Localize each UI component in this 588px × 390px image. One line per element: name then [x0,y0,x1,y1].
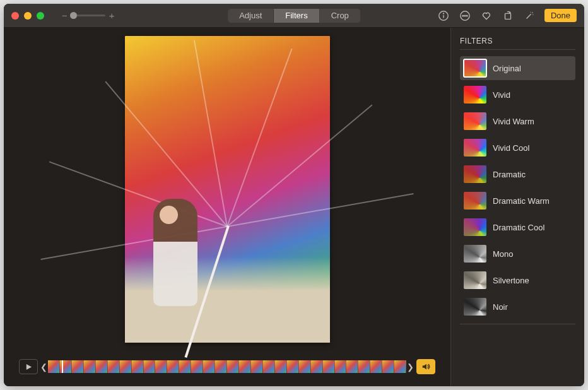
zoom-in-icon: + [109,11,115,20]
timeline-thumb[interactable] [48,360,60,373]
filter-label: Vivid Warm [493,117,534,126]
svg-point-4 [462,15,464,16]
filter-swatch [464,59,486,77]
video-timeline: ❮ ❯ [19,356,435,377]
sidebar-title: FILTERS [460,37,575,50]
tab-adjust[interactable]: Adjust [228,9,274,23]
zoom-track[interactable] [71,15,105,16]
play-button[interactable] [19,359,38,374]
editor-body: ❮ ❯ FILTERS OriginalVividVivid WarmVivid… [4,28,584,386]
timeline-thumb[interactable] [263,360,275,373]
auto-enhance-icon[interactable] [523,9,536,22]
svg-point-6 [466,15,467,16]
timeline-thumb[interactable] [251,360,263,373]
filter-item-vivid-cool[interactable]: Vivid Cool [460,136,575,160]
zoom-slider[interactable]: − + [62,11,115,20]
timeline-thumb[interactable] [239,360,251,373]
filter-item-noir[interactable]: Noir [460,295,575,319]
filter-item-dramatic-warm[interactable]: Dramatic Warm [460,189,575,213]
filter-swatch [464,218,486,236]
edit-mode-segmented-control: Adjust Filters Crop [228,9,360,23]
fullscreen-window-button[interactable] [37,12,44,20]
filter-swatch [464,86,486,103]
editor-left-pane: ❮ ❯ [4,28,450,386]
more-icon[interactable] [459,9,471,22]
filter-label: Vivid [493,90,510,100]
toolbar-right: Done [437,9,577,22]
timeline-thumb[interactable] [227,360,239,373]
svg-rect-7 [505,13,510,19]
timeline-thumb[interactable] [370,360,382,373]
timeline-thumb[interactable] [346,360,358,373]
tab-filters[interactable]: Filters [274,9,319,23]
info-icon[interactable] [437,9,450,22]
timeline-thumb[interactable] [120,360,132,373]
filter-swatch [464,112,486,130]
photo-subject [153,199,197,306]
filters-sidebar: FILTERS OriginalVividVivid WarmVivid Coo… [450,28,584,386]
trim-end-handle[interactable]: ❯ [408,359,413,374]
window-controls [11,12,44,20]
zoom-out-icon: − [62,11,68,20]
timeline-thumb[interactable] [299,360,311,373]
filter-swatch [464,165,486,183]
filter-label: Dramatic [493,170,526,179]
svg-marker-8 [26,363,31,369]
rotate-icon[interactable] [502,9,514,22]
zoom-knob[interactable] [70,12,77,19]
timeline-thumb[interactable] [287,360,299,373]
minimize-window-button[interactable] [24,12,32,20]
filter-swatch [464,271,486,289]
photo-preview[interactable] [125,36,330,343]
timeline-thumb[interactable] [275,360,287,373]
photos-edit-window: − + Adjust Filters Crop [4,4,584,386]
filter-label: Mono [493,249,514,259]
done-button[interactable]: Done [544,9,577,22]
filter-label: Dramatic Cool [493,223,544,232]
trim-start-handle[interactable]: ❮ [42,359,46,374]
filter-item-original[interactable]: Original [460,56,575,80]
playhead[interactable] [62,360,63,373]
timeline-thumb[interactable] [382,360,394,373]
filter-item-vivid-warm[interactable]: Vivid Warm [460,109,575,133]
timeline-thumb[interactable] [96,360,108,373]
timeline-thumb[interactable] [179,360,191,373]
favorite-icon[interactable] [480,9,493,22]
filter-swatch [464,298,486,316]
filter-label: Vivid Cool [493,143,529,153]
timeline-thumb[interactable] [84,360,96,373]
filter-swatch [464,192,486,210]
timeline-thumb[interactable] [155,360,167,373]
filter-swatch [464,245,486,263]
canvas-area [4,28,450,351]
svg-point-2 [443,13,444,13]
timeline-thumb[interactable] [167,360,179,373]
filter-item-mono[interactable]: Mono [460,242,575,266]
titlebar: − + Adjust Filters Crop [4,4,584,28]
timeline-thumb[interactable] [191,360,203,373]
sidebar-separator [460,324,575,324]
timeline-thumb[interactable] [323,360,335,373]
timeline-thumb[interactable] [215,360,227,373]
filter-item-silvertone[interactable]: Silvertone [460,268,575,292]
filter-item-vivid[interactable]: Vivid [460,83,575,107]
timeline-thumb[interactable] [394,360,406,373]
timeline-thumb[interactable] [144,360,156,373]
timeline-thumb[interactable] [203,360,215,373]
filter-label: Dramatic Warm [493,196,550,206]
timeline-thumb[interactable] [358,360,370,373]
timeline-track[interactable]: ❮ ❯ [42,359,413,374]
timeline-thumbs[interactable] [48,360,406,373]
filter-item-dramatic[interactable]: Dramatic [460,162,575,186]
timeline-thumb[interactable] [335,360,347,373]
filter-label: Noir [493,302,508,312]
filter-swatch [464,139,486,157]
timeline-thumb[interactable] [108,360,120,373]
timeline-thumb[interactable] [72,360,84,373]
audio-toggle-button[interactable] [416,359,435,374]
close-window-button[interactable] [11,12,19,20]
filter-item-dramatic-cool[interactable]: Dramatic Cool [460,215,575,239]
timeline-thumb[interactable] [311,360,323,373]
tab-crop[interactable]: Crop [320,9,360,23]
timeline-thumb[interactable] [132,360,144,373]
